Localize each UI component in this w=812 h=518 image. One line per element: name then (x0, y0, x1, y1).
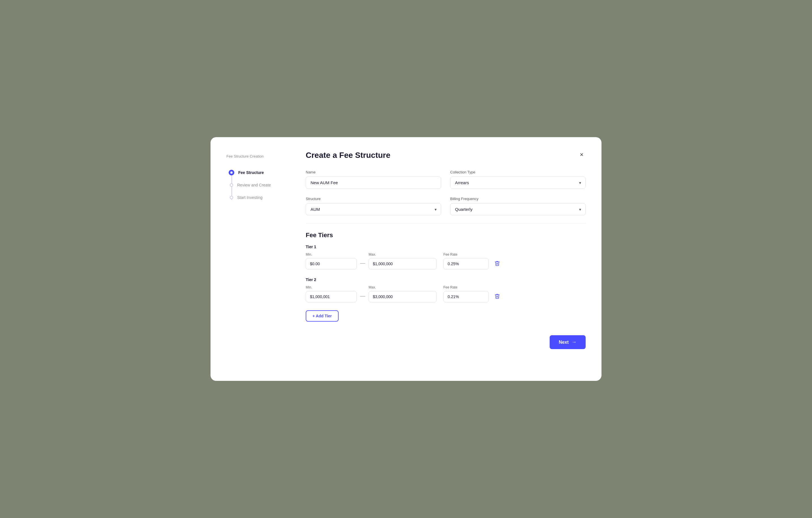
next-arrow-icon: → (572, 339, 577, 345)
tier-1-min-group: Min. (306, 253, 357, 269)
structure-label: Structure (306, 197, 441, 201)
tier-2-dash: — (357, 293, 369, 303)
tier-1-max-group: Max. (369, 253, 437, 269)
tier-1-label: Tier 1 (306, 244, 586, 249)
trash-icon (494, 260, 500, 266)
billing-freq-select-wrapper: Quarterly Monthly Annually ▾ (450, 203, 586, 215)
steps-list: Fee Structure Review and Create Start In… (226, 166, 294, 204)
tier-2-max-label: Max. (369, 285, 437, 289)
step-label-review-and-create: Review and Create (237, 179, 271, 191)
close-button[interactable]: × (577, 150, 587, 160)
tier-2-max-input[interactable] (369, 291, 437, 303)
tier-2-min-group: Min. (306, 285, 357, 303)
form-group-billing-freq: Billing Frequency Quarterly Monthly Annu… (450, 197, 586, 215)
tier-2-block: Tier 2 Min. — Max. Fee Rate (306, 278, 586, 303)
tier-1-max-label: Max. (369, 253, 437, 256)
name-input[interactable] (306, 176, 441, 189)
next-label: Next (559, 340, 569, 345)
tier-1-rate-label: Fee Rate (443, 253, 489, 256)
form-divider (306, 223, 586, 224)
add-tier-button[interactable]: + Add Tier (306, 310, 339, 322)
tier-1-delete-button[interactable] (492, 258, 502, 268)
name-label: Name (306, 170, 441, 174)
tier-2-min-input[interactable] (306, 291, 357, 303)
form-row-name-collection: Name Collection Type Arrears Advance ▾ (306, 170, 586, 189)
footer: Next → (306, 335, 586, 349)
step-label-start-investing: Start Investing (237, 191, 263, 204)
structure-select[interactable]: AUM Flat Hourly (306, 203, 441, 215)
tier-2-label: Tier 2 (306, 278, 586, 282)
step-start-investing: Start Investing (229, 191, 294, 204)
tier-2-delete-button[interactable] (492, 291, 502, 301)
form-group-name: Name (306, 170, 441, 189)
structure-select-wrapper: AUM Flat Hourly ▾ (306, 203, 441, 215)
page-title: Create a Fee Structure (306, 151, 586, 160)
form-group-collection-type: Collection Type Arrears Advance ▾ (450, 170, 586, 189)
tier-1-rate-group: Fee Rate (443, 253, 489, 269)
tier-1-fields: Min. — Max. Fee Rate (306, 253, 586, 269)
tier-1-min-input[interactable] (306, 258, 357, 269)
tier-1-rate-input[interactable] (443, 258, 489, 269)
tier-1-block: Tier 1 Min. — Max. Fee Rate (306, 244, 586, 269)
fee-tiers-section: Fee Tiers Tier 1 Min. — Max. Fee Rate (306, 231, 586, 322)
trash-icon-2 (494, 293, 500, 299)
step-review-and-create: Review and Create (229, 179, 294, 191)
sidebar: Fee Structure Creation Fee Structure Rev… (226, 151, 294, 367)
step-dot-start-investing (230, 196, 233, 199)
next-button[interactable]: Next → (550, 335, 586, 349)
tier-2-max-group: Max. (369, 285, 437, 303)
sidebar-title: Fee Structure Creation (226, 154, 294, 159)
collection-type-select-wrapper: Arrears Advance ▾ (450, 176, 586, 189)
billing-freq-select[interactable]: Quarterly Monthly Annually (450, 203, 586, 215)
tier-2-rate-label: Fee Rate (443, 285, 489, 289)
tier-2-rate-group: Fee Rate (443, 285, 489, 303)
step-label-fee-structure: Fee Structure (238, 166, 264, 179)
step-dot-fee-structure (229, 170, 234, 175)
tier-1-max-input[interactable] (369, 258, 437, 269)
step-dot-review-and-create (230, 183, 233, 187)
modal-card: × Fee Structure Creation Fee Structure R… (210, 137, 602, 381)
collection-type-select[interactable]: Arrears Advance (450, 176, 586, 189)
collection-type-label: Collection Type (450, 170, 586, 174)
tier-1-min-label: Min. (306, 253, 357, 256)
form-group-structure: Structure AUM Flat Hourly ▾ (306, 197, 441, 215)
tier-1-dash: — (357, 260, 369, 269)
tier-2-rate-input[interactable] (443, 291, 489, 303)
fee-tiers-title: Fee Tiers (306, 231, 586, 239)
form-row-structure-billing: Structure AUM Flat Hourly ▾ Billing Freq… (306, 197, 586, 215)
step-fee-structure: Fee Structure (229, 166, 294, 179)
add-tier-label: + Add Tier (313, 314, 332, 318)
tier-2-min-label: Min. (306, 285, 357, 289)
main-content: Create a Fee Structure Name Collection T… (294, 151, 586, 367)
tier-2-fields: Min. — Max. Fee Rate (306, 285, 586, 303)
billing-freq-label: Billing Frequency (450, 197, 586, 201)
